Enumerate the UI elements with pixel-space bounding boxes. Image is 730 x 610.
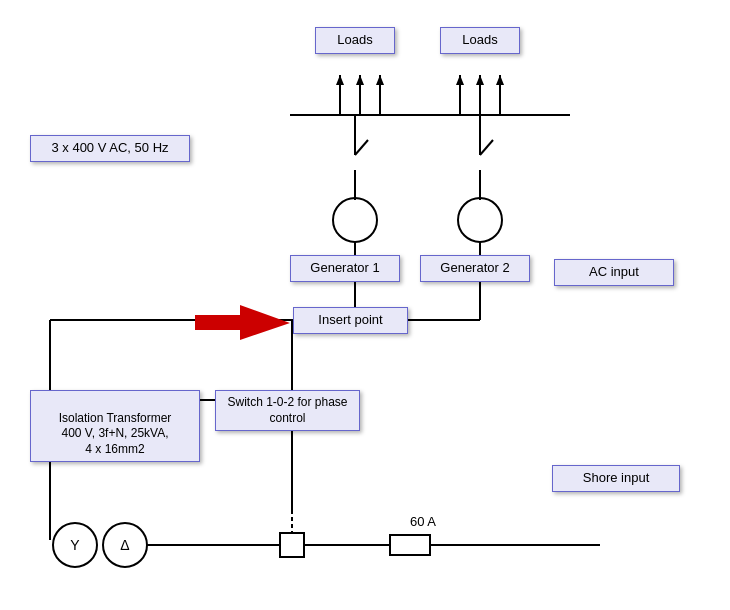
loads2-label: Loads (440, 27, 520, 54)
shore-input-label: Shore input (552, 465, 680, 492)
svg-marker-7 (336, 75, 344, 85)
svg-line-14 (355, 140, 368, 155)
svg-marker-9 (376, 75, 384, 85)
loads1-label: Loads (315, 27, 395, 54)
svg-marker-10 (456, 75, 464, 85)
svg-marker-11 (476, 75, 484, 85)
switch-label: Switch 1-0-2 for phase control (215, 390, 360, 431)
isolation-transformer-label: Isolation Transformer 400 V, 3f+N, 25kVA… (30, 390, 200, 462)
diagram: Y Δ Loads Loads 3 x 400 V AC, 50 Hz Gene… (0, 0, 730, 610)
current-rating-label: 60 A (393, 510, 453, 535)
generator1-label: Generator 1 (290, 255, 400, 282)
svg-marker-40 (195, 305, 290, 340)
svg-point-20 (458, 198, 502, 242)
svg-point-19 (333, 198, 377, 242)
svg-rect-32 (280, 533, 304, 557)
ac-input-label: AC input (554, 259, 674, 286)
svg-text:Y: Y (70, 537, 80, 553)
svg-rect-35 (390, 535, 430, 555)
svg-text:Δ: Δ (120, 537, 129, 553)
svg-marker-8 (356, 75, 364, 85)
svg-line-17 (480, 140, 493, 155)
insert-point-label: Insert point (293, 307, 408, 334)
wiring-diagram: Y Δ (0, 0, 730, 610)
generator2-label: Generator 2 (420, 255, 530, 282)
svg-marker-12 (496, 75, 504, 85)
voltage-label: 3 x 400 V AC, 50 Hz (30, 135, 190, 162)
